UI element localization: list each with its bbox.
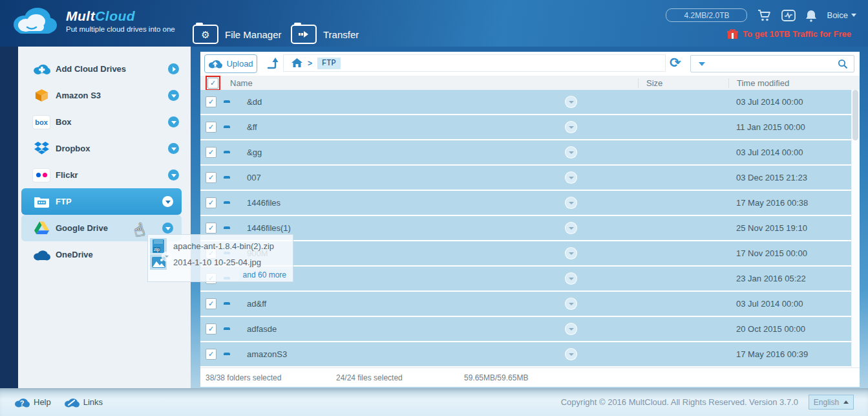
row-checkbox[interactable]: ✓: [206, 349, 217, 360]
go-up-level-icon[interactable]: [265, 56, 279, 71]
row-actions-chevron-icon[interactable]: [565, 121, 577, 133]
row-actions-chevron-icon[interactable]: [565, 171, 577, 184]
row-checkbox[interactable]: ✓: [206, 197, 217, 208]
user-menu[interactable]: Boice: [827, 10, 856, 20]
file-name[interactable]: amazonS3: [242, 349, 565, 359]
search-input[interactable]: [705, 60, 838, 69]
sidebar-item-ftp[interactable]: FTP: [21, 188, 182, 215]
sidebar: Add Cloud DrivesAmazon S3boxBoxDropboxFl…: [18, 47, 191, 388]
upload-button[interactable]: Upload: [204, 54, 257, 73]
chevron-up-icon: [843, 400, 849, 404]
file-name[interactable]: &ff: [242, 122, 565, 132]
home-icon[interactable]: [291, 58, 302, 68]
row-actions-chevron-icon[interactable]: [565, 222, 577, 234]
row-actions-chevron-icon[interactable]: [565, 348, 577, 360]
table-row[interactable]: ✓amazonS317 May 2016 00:39: [200, 342, 860, 367]
traffic-usage-meter[interactable]: 4.2MB/2.0TB: [666, 8, 747, 22]
breadcrumb-item-ftp[interactable]: FTP: [317, 58, 341, 69]
row-checkbox[interactable]: ✓: [206, 122, 217, 133]
table-row[interactable]: ✓adfasde20 Oct 2015 00:00: [200, 317, 860, 342]
sidebar-item-dropbox[interactable]: Dropbox: [18, 135, 191, 162]
table-row[interactable]: ✓&dd03 Jul 2014 00:00: [200, 90, 860, 115]
breadcrumb-separator: >: [308, 59, 312, 68]
sidebar-item-amazon-s3[interactable]: Amazon S3: [18, 82, 191, 109]
cloud-plus-icon: [32, 61, 50, 77]
file-time-modified: 03 Jul 2014 00:00: [728, 148, 860, 157]
row-checkbox[interactable]: ✓: [206, 147, 217, 158]
brand-tagline: Put multiple cloud drives into one: [66, 25, 175, 33]
search-icon[interactable]: [838, 59, 848, 69]
file-name[interactable]: 007: [242, 173, 565, 182]
chevron-down-badge-icon[interactable]: [162, 196, 173, 207]
google-drive-icon: [32, 221, 50, 236]
table-row[interactable]: ✓1446files17 May 2016 00:38: [200, 191, 860, 216]
row-actions-chevron-icon[interactable]: [565, 298, 577, 310]
row-actions-chevron-icon[interactable]: [565, 197, 577, 209]
table-row[interactable]: ✓ad&ff03 Jul 2014 00:00: [200, 292, 860, 317]
chevron-down-badge-icon[interactable]: [168, 143, 179, 154]
links-cloud-icon: [64, 397, 79, 408]
column-time-modified[interactable]: Time modified: [728, 78, 860, 88]
row-checkbox[interactable]: ✓: [206, 223, 217, 234]
file-name[interactable]: 1446files(1): [242, 223, 565, 233]
column-name[interactable]: Name: [224, 78, 638, 88]
row-checkbox[interactable]: ✓: [206, 96, 217, 107]
table-row[interactable]: ✓&gg03 Jul 2014 00:00: [200, 140, 860, 166]
refresh-icon[interactable]: ⟳: [670, 56, 684, 70]
sidebar-item-label: Amazon S3: [56, 91, 101, 100]
row-checkbox[interactable]: ✓: [206, 172, 217, 183]
chevron-down-badge-icon[interactable]: [168, 90, 179, 101]
onedrive-icon: [32, 247, 50, 263]
table-header: ✓ Name Size Time modified: [200, 76, 860, 91]
footer-bar: ? Help Links Copyright © 2016 MultCloud.…: [0, 388, 868, 416]
row-actions-chevron-icon[interactable]: [565, 146, 577, 159]
tab-file-manager[interactable]: ⚙ File Manager: [193, 25, 282, 44]
ftp-folder-icon: [32, 194, 50, 210]
breadcrumb: > FTP: [283, 54, 666, 72]
links-link[interactable]: Links: [64, 397, 103, 408]
dragged-file: apache-ant-1.8.4-bin(2).zip: [150, 238, 274, 254]
table-row[interactable]: ✓1446files(1)25 Nov 2015 19:10: [200, 216, 860, 241]
row-checkbox[interactable]: ✓: [206, 323, 217, 334]
scrollbar-thumb[interactable]: [852, 90, 858, 140]
chevron-down-badge-icon[interactable]: [162, 223, 173, 234]
sidebar-item-box[interactable]: boxBox: [18, 109, 191, 135]
chevron-down-badge-icon[interactable]: [168, 170, 179, 181]
table-row[interactable]: ✓&ff11 Jan 2015 00:00: [200, 115, 860, 140]
activity-icon[interactable]: [781, 9, 796, 22]
row-actions-chevron-icon[interactable]: [565, 272, 577, 285]
table-row[interactable]: ✓00703 Dec 2015 21:23: [200, 166, 860, 191]
table-row[interactable]: ✓900M17 Nov 2015 00:00: [200, 241, 860, 267]
sidebar-item-add-cloud-drives[interactable]: Add Cloud Drives: [18, 56, 191, 82]
help-link[interactable]: ? Help: [14, 397, 51, 408]
row-actions-chevron-icon[interactable]: [565, 247, 577, 259]
chevron-down-badge-icon[interactable]: [168, 116, 179, 127]
select-all-checkbox[interactable]: ✓: [207, 78, 218, 89]
sidebar-item-label: Dropbox: [56, 144, 90, 153]
file-name[interactable]: &gg: [242, 148, 565, 157]
drag-more-count: and 60 more: [239, 270, 290, 280]
file-time-modified: 17 May 2016 00:39: [728, 349, 860, 359]
tab-transfer[interactable]: Transfer: [291, 25, 359, 44]
promo-link[interactable]: To get 10TB Traffic for Free: [727, 28, 851, 39]
file-name[interactable]: adfasde: [242, 324, 565, 334]
vertical-scrollbar[interactable]: [851, 90, 860, 367]
app-logo[interactable]: MultCloud Put multiple cloud drives into…: [10, 4, 175, 38]
sidebar-item-flickr[interactable]: Flickr: [18, 162, 191, 188]
search-scope-dropdown-icon[interactable]: [699, 62, 705, 66]
row-actions-chevron-icon[interactable]: [565, 323, 577, 335]
column-size[interactable]: Size: [638, 78, 728, 88]
row-actions-chevron-icon[interactable]: [565, 96, 577, 108]
expand-right-icon[interactable]: [168, 63, 179, 74]
tab-file-manager-label: File Manager: [225, 29, 282, 40]
file-name[interactable]: &dd: [242, 97, 565, 107]
language-selector[interactable]: English: [809, 395, 854, 410]
bell-icon[interactable]: [805, 9, 817, 22]
cart-icon[interactable]: [757, 9, 772, 22]
row-checkbox[interactable]: ✓: [206, 298, 217, 309]
left-accent-strip: [0, 47, 18, 388]
file-name[interactable]: 1446files: [242, 198, 565, 208]
file-name[interactable]: ad&ff: [242, 299, 565, 309]
multcloud-cloud-icon: [10, 4, 59, 38]
table-row[interactable]: ✓23 Jan 2016 05:22: [200, 267, 860, 292]
